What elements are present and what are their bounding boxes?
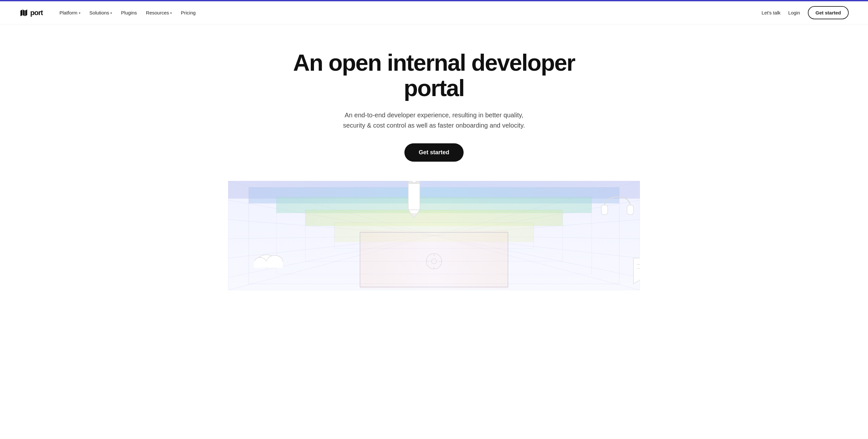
navbar: port Platform ▾ Solutions ▾ Plugins Reso… (0, 1, 868, 25)
svg-rect-20 (360, 231, 508, 289)
nav-links: Platform ▾ Solutions ▾ Plugins Resources… (56, 7, 199, 18)
hero-section: An open internal developer portal An end… (0, 25, 868, 290)
svg-rect-31 (412, 181, 416, 182)
hero-title: An open internal developer portal (289, 50, 579, 101)
bookmark-decoration (633, 258, 640, 284)
svg-rect-36 (601, 205, 608, 215)
svg-rect-37 (627, 205, 633, 215)
navbar-left: port Platform ▾ Solutions ▾ Plugins Reso… (19, 7, 199, 18)
nav-plugins[interactable]: Plugins (117, 7, 141, 18)
svg-rect-27 (408, 181, 420, 210)
logo-icon (19, 8, 28, 18)
nav-get-started-button[interactable]: Get started (808, 6, 849, 19)
logo-text: port (30, 9, 43, 17)
solutions-chevron-icon: ▾ (110, 11, 112, 15)
hero-get-started-button[interactable]: Get started (404, 143, 463, 162)
nav-pricing[interactable]: Pricing (177, 7, 199, 18)
nav-solutions[interactable]: Solutions ▾ (86, 7, 116, 18)
perspective-illustration (228, 181, 640, 290)
logo[interactable]: port (19, 8, 43, 18)
nav-resources[interactable]: Resources ▾ (142, 7, 176, 18)
nav-platform[interactable]: Platform ▾ (56, 7, 84, 18)
login-link[interactable]: Login (788, 10, 800, 15)
pencil-decoration (408, 181, 420, 218)
platform-chevron-icon: ▾ (79, 11, 81, 15)
svg-rect-35 (254, 261, 283, 268)
lets-talk-link[interactable]: Let's talk (762, 10, 780, 15)
hero-illustration (228, 181, 640, 290)
navbar-right: Let's talk Login Get started (762, 6, 849, 19)
resources-chevron-icon: ▾ (170, 11, 172, 15)
hero-subtitle: An end-to-end developer experience, resu… (334, 110, 534, 131)
